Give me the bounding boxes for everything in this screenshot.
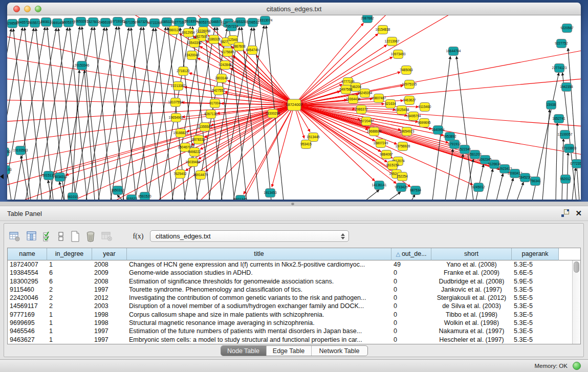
- graph-node-yellow[interactable]: 6497568: [339, 85, 353, 94]
- graph-node-yellow[interactable]: 9115460: [419, 103, 431, 112]
- table-selector[interactable]: citations_edges.txt: [150, 230, 349, 242]
- cell-year[interactable]: 2012: [92, 294, 127, 302]
- panel-divider-handle[interactable]: [291, 202, 294, 205]
- cell-out_de[interactable]: 0: [391, 294, 431, 302]
- graph-node-yellow[interactable]: 18107554: [168, 98, 183, 107]
- cell-pagerank[interactable]: 5.3E-5: [512, 302, 559, 310]
- panel-divider[interactable]: [0, 202, 588, 206]
- scrollbar-thumb[interactable]: [574, 261, 579, 273]
- graph-node-teal[interactable]: 6772352: [570, 160, 581, 168]
- red-edge[interactable]: [230, 68, 294, 105]
- graph-node-teal[interactable]: 9277169: [172, 18, 186, 27]
- graph-node-teal[interactable]: 4671358: [123, 18, 137, 27]
- cell-short[interactable]: Jankovic et al. (1997): [431, 286, 512, 294]
- table-vertical-scrollbar[interactable]: [572, 260, 580, 344]
- graph-node-yellow[interactable]: 9660123: [167, 26, 181, 35]
- graph-node-teal[interactable]: 9245012: [472, 183, 485, 192]
- cell-year[interactable]: 1997: [92, 336, 127, 344]
- cell-out_de[interactable]: 0: [391, 277, 431, 286]
- cell-title[interactable]: Genome-wide association studies in ADHD.: [127, 269, 391, 277]
- black-edge[interactable]: [14, 27, 45, 200]
- black-edge[interactable]: [13, 29, 31, 200]
- table-row[interactable]: 969969511998Structural magnetic resonanc…: [8, 319, 572, 327]
- cell-year[interactable]: 1997: [92, 327, 127, 335]
- graph-node-teal[interactable]: 9733426: [395, 183, 408, 192]
- table-row[interactable]: 2242004622012Investigating the contribut…: [8, 294, 572, 302]
- graph-node-teal[interactable]: 8561520: [138, 192, 151, 200]
- cell-title[interactable]: Changes of HCN gene expression and I(f) …: [127, 260, 391, 269]
- graph-node-teal[interactable]: 1640954: [431, 126, 445, 135]
- graph-node-yellow[interactable]: 7485063: [400, 66, 413, 75]
- graph-node-yellow[interactable]: 8427552: [212, 86, 225, 95]
- cell-year[interactable]: 2009: [92, 269, 127, 277]
- table-row[interactable]: 911546021997Tourette syndrome. Phenomeno…: [8, 286, 572, 294]
- graph-node-yellow[interactable]: 12213967: [385, 37, 400, 46]
- cell-short[interactable]: Wolkin et al. (1998): [431, 319, 512, 327]
- cell-pagerank[interactable]: 5.3E-5: [512, 327, 559, 335]
- graph-node-yellow[interactable]: 12213387: [171, 82, 186, 91]
- cell-year[interactable]: 1997: [92, 286, 127, 294]
- table-row[interactable]: 1830029562008Estimation of significance …: [8, 277, 572, 286]
- black-edge[interactable]: [21, 156, 29, 200]
- graph-node-teal[interactable]: 2087682: [361, 15, 374, 23]
- cell-year[interactable]: 2008: [92, 277, 127, 286]
- graph-node-yellow[interactable]: 9463627: [403, 96, 416, 105]
- new-column-button[interactable]: [68, 231, 83, 242]
- graph-node-teal[interactable]: 9227752: [555, 39, 568, 48]
- cell-in_degree[interactable]: 2: [47, 302, 92, 310]
- graph-node-teal[interactable]: 952012: [560, 175, 571, 184]
- graph-node-yellow[interactable]: 19756928: [396, 142, 410, 151]
- column-visibility-button[interactable]: [24, 231, 40, 242]
- cell-title[interactable]: Investigating the contribution of common…: [127, 294, 391, 302]
- cell-out_de[interactable]: 0: [391, 311, 431, 319]
- cell-pagerank[interactable]: 5.3E-5: [512, 311, 559, 319]
- black-edge[interactable]: [365, 190, 379, 200]
- graph-node-teal[interactable]: 1085328: [160, 18, 173, 27]
- red-edge[interactable]: [294, 23, 363, 105]
- black-edge[interactable]: [466, 159, 473, 200]
- column-header-in_degree[interactable]: in_degree: [47, 248, 92, 260]
- cell-short[interactable]: Tibbo et al. (1998): [431, 311, 512, 319]
- graph-node-yellow[interactable]: 252254: [397, 172, 408, 181]
- cell-out_de[interactable]: 49: [391, 260, 431, 269]
- graph-node-yellow[interactable]: 8912954: [182, 29, 195, 37]
- cell-pagerank[interactable]: 5.3E-5: [512, 336, 559, 344]
- cell-name[interactable]: 18724007: [8, 260, 47, 269]
- black-edge[interactable]: [411, 194, 415, 200]
- graph-node-teal[interactable]: 9605378: [197, 18, 210, 27]
- cell-short[interactable]: Dudbridge et al. (2008): [431, 277, 512, 286]
- table-row[interactable]: 977716911998Corpus callosum shape and si…: [8, 311, 572, 319]
- graph-node-yellow[interactable]: 8454749: [246, 46, 259, 55]
- cell-in_degree[interactable]: 1: [47, 319, 92, 327]
- cell-out_de[interactable]: 0: [391, 302, 431, 310]
- graph-node-yellow[interactable]: 8498222: [188, 148, 201, 157]
- cell-short[interactable]: Stergiakouli et al. (2012): [431, 294, 512, 302]
- graph-node-teal[interactable]: 2616050: [7, 148, 11, 157]
- graph-node-yellow[interactable]: 9242848: [219, 61, 232, 70]
- cell-short[interactable]: Franke et al. (2009): [431, 269, 512, 277]
- graph-node-teal[interactable]: 756341: [530, 177, 541, 186]
- graph-node-yellow[interactable]: 8267130: [204, 110, 217, 119]
- graph-node-yellow[interactable]: 16154838: [376, 26, 390, 34]
- cell-title[interactable]: Corpus callosum shape and size in male p…: [127, 311, 391, 319]
- table-row[interactable]: 946362711997Embryonic stem cells: a mode…: [8, 336, 572, 344]
- graph-node-teal[interactable]: 22774123: [552, 64, 567, 73]
- graph-node-teal[interactable]: 12100057: [558, 130, 573, 139]
- column-header-title[interactable]: title: [127, 248, 391, 260]
- graph-node-yellow[interactable]: 2803144: [215, 74, 228, 83]
- graph-node-teal[interactable]: 1913453: [264, 189, 277, 198]
- float-panel-button[interactable]: [561, 209, 569, 217]
- split-view-button[interactable]: [54, 231, 68, 242]
- graph-node-yellow[interactable]: 1615152: [386, 161, 399, 170]
- column-header-out_de[interactable]: △out_de...: [391, 248, 431, 260]
- cell-pagerank[interactable]: 5.6E-5: [512, 269, 559, 277]
- cell-in_degree[interactable]: 2: [47, 294, 92, 302]
- graph-node-teal[interactable]: 20153346: [75, 61, 90, 70]
- graph-node-yellow[interactable]: 917004: [209, 99, 221, 108]
- cell-name[interactable]: 22420046: [8, 294, 47, 302]
- cell-title[interactable]: Estimation of significance thresholds fo…: [127, 277, 391, 286]
- graph-node-yellow[interactable]: 7986372: [355, 105, 368, 114]
- graph-node-yellow[interactable]: 2718120: [177, 67, 190, 76]
- graph-node-teal[interactable]: 1942358: [560, 83, 573, 92]
- black-edge[interactable]: [496, 173, 503, 200]
